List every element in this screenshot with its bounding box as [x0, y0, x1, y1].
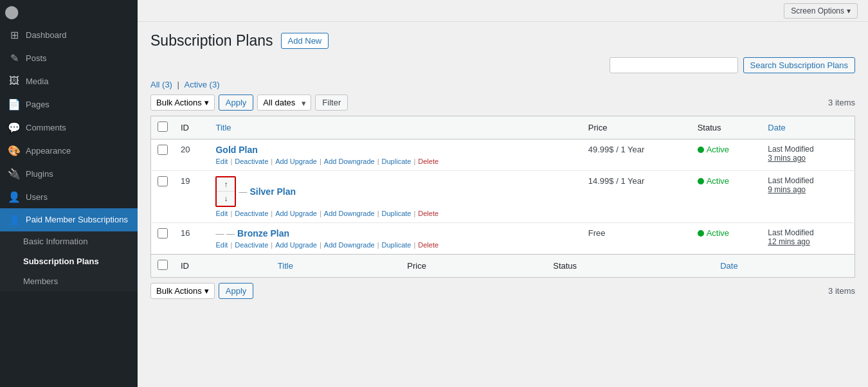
users-icon: 👤 — [8, 190, 21, 203]
sidebar-item-dashboard[interactable]: ⊞ Dashboard — [0, 23, 138, 46]
action-separator: | — [413, 158, 415, 165]
sidebar-item-subscription-plans[interactable]: Subscription Plans — [0, 251, 138, 271]
row-action-edit[interactable]: Edit — [215, 158, 228, 165]
status-text: Active — [707, 228, 729, 238]
table-row: 20Gold PlanEdit | Deactivate | Add Upgra… — [151, 140, 855, 171]
row-action-add-upgrade[interactable]: Add Upgrade — [275, 210, 317, 217]
row-checkbox[interactable] — [158, 176, 168, 186]
row-action-duplicate[interactable]: Duplicate — [382, 241, 411, 249]
row-action-edit[interactable]: Edit — [215, 210, 228, 217]
plan-title-link[interactable]: Silver Plan — [249, 186, 296, 197]
date-select[interactable]: All dates — [257, 94, 311, 111]
row-checkbox[interactable] — [158, 228, 168, 239]
wp-logo-icon: ⬤ — [0, 0, 23, 23]
apply-button-bottom[interactable]: Apply — [219, 283, 254, 299]
members-label: Members — [23, 276, 58, 286]
main-content: Screen Options ▾ Subscription Plans Add … — [138, 0, 868, 387]
plan-title-link[interactable]: Gold Plan — [215, 145, 257, 155]
sidebar-item-label: Paid Member Subscriptions — [26, 215, 128, 226]
sidebar-item-comments[interactable]: 💬 Comments — [0, 116, 138, 139]
th-title-bottom[interactable]: Title — [271, 255, 401, 278]
bulk-actions-label-bottom: Bulk Actions — [156, 286, 202, 296]
th-price: Price — [582, 116, 691, 140]
row-action-delete[interactable]: Delete — [418, 158, 439, 165]
row-action-add-downgrade[interactable]: Add Downgrade — [324, 210, 375, 217]
plan-title-link[interactable]: Bronze Plan — [237, 228, 289, 239]
date-ago: 9 mins ago — [768, 185, 806, 194]
sidebar-item-label: Appearance — [26, 146, 71, 156]
row-action-deactivate[interactable]: Deactivate — [235, 210, 268, 217]
th-title[interactable]: Title — [209, 116, 581, 140]
row-action-duplicate[interactable]: Duplicate — [382, 210, 411, 217]
action-separator: | — [271, 158, 273, 165]
row-action-duplicate[interactable]: Duplicate — [382, 158, 411, 165]
media-icon: 🖼 — [8, 75, 21, 87]
row-action-deactivate[interactable]: Deactivate — [235, 158, 268, 165]
row-price: Free — [582, 223, 691, 255]
th-price-bottom: Price — [401, 255, 547, 278]
row-id: 16 — [174, 223, 209, 255]
move-down-button[interactable]: ↓ — [217, 192, 235, 206]
row-checkbox[interactable] — [158, 145, 168, 155]
row-date: Last Modified12 mins ago — [761, 223, 854, 255]
bulk-actions-button-bottom[interactable]: Bulk Actions ▾ — [150, 283, 215, 299]
active-filter-link[interactable]: Active (3) — [185, 80, 220, 89]
status-text: Active — [707, 176, 729, 186]
row-action-deactivate[interactable]: Deactivate — [235, 241, 268, 249]
filter-left: Bulk Actions ▾ Apply All dates Filter — [150, 94, 348, 111]
row-status: Active — [691, 140, 762, 171]
bulk-actions-button[interactable]: Bulk Actions ▾ — [150, 94, 215, 111]
date-ago: 12 mins ago — [768, 237, 809, 246]
row-title-cell: — — Bronze PlanEdit | Deactivate | Add U… — [209, 223, 581, 255]
th-status-bottom: Status — [547, 255, 714, 278]
sidebar-item-pages[interactable]: 📄 Pages — [0, 93, 138, 116]
th-status: Status — [691, 116, 762, 140]
sidebar-item-basic-information[interactable]: Basic Information — [0, 231, 138, 251]
row-actions: Edit | Deactivate | Add Upgrade | Add Do… — [215, 158, 575, 165]
row-action-edit[interactable]: Edit — [215, 241, 228, 249]
add-new-button[interactable]: Add New — [281, 33, 329, 49]
th-date[interactable]: Date — [761, 116, 854, 140]
date-ago: 3 mins ago — [768, 154, 806, 163]
th-date-bottom[interactable]: Date — [714, 255, 854, 278]
filter-button[interactable]: Filter — [315, 94, 348, 111]
sidebar-item-appearance[interactable]: 🎨 Appearance — [0, 139, 138, 162]
sidebar-item-paid-member[interactable]: 👤 Paid Member Subscriptions — [0, 208, 138, 231]
bottom-filter-left: Bulk Actions ▾ Apply — [150, 283, 253, 299]
status-active-icon — [698, 178, 704, 184]
search-input[interactable] — [610, 57, 738, 73]
row-action-add-downgrade[interactable]: Add Downgrade — [324, 158, 375, 165]
screen-options-button[interactable]: Screen Options ▾ — [784, 3, 858, 19]
row-actions: Edit | Deactivate | Add Upgrade | Add Do… — [215, 241, 575, 249]
th-id-bottom: ID — [174, 255, 271, 278]
row-action-add-downgrade[interactable]: Add Downgrade — [324, 241, 375, 249]
sidebar-item-media[interactable]: 🖼 Media — [0, 69, 138, 93]
search-button[interactable]: Search Subscription Plans — [743, 57, 855, 73]
all-filter-link[interactable]: All (3) — [150, 80, 172, 89]
filter-separator: | — [177, 80, 182, 89]
action-separator: | — [377, 210, 379, 217]
row-action-add-upgrade[interactable]: Add Upgrade — [275, 158, 317, 165]
row-date: Last Modified9 mins ago — [761, 171, 854, 223]
sidebar-item-label: Users — [26, 192, 48, 202]
chevron-down-icon: ▾ — [847, 6, 851, 15]
row-status: Active — [691, 223, 762, 255]
sidebar-item-posts[interactable]: ✎ Posts — [0, 46, 138, 69]
move-up-button[interactable]: ↑ — [217, 177, 235, 192]
sidebar-item-users[interactable]: 👤 Users — [0, 185, 138, 208]
select-all-checkbox-bottom[interactable] — [158, 260, 168, 270]
row-title-cell: ↑↓— Silver PlanEdit | Deactivate | Add U… — [209, 171, 581, 223]
apply-button-top[interactable]: Apply — [219, 94, 254, 111]
sidebar-item-plugins[interactable]: 🔌 Plugins — [0, 162, 138, 185]
select-all-checkbox[interactable] — [158, 122, 168, 132]
row-action-delete[interactable]: Delete — [418, 241, 439, 249]
row-action-add-upgrade[interactable]: Add Upgrade — [275, 241, 317, 249]
row-action-delete[interactable]: Delete — [418, 210, 439, 217]
top-filter-bar: Bulk Actions ▾ Apply All dates Filter 3 … — [150, 94, 855, 111]
action-separator: | — [271, 241, 273, 249]
row-id: 19 — [174, 171, 209, 223]
action-separator: | — [377, 158, 379, 165]
table-footer-header-row: ID Title Price Status Date — [151, 255, 855, 278]
sidebar-item-members[interactable]: Members — [0, 271, 138, 291]
sidebar-item-label: Media — [26, 76, 48, 86]
